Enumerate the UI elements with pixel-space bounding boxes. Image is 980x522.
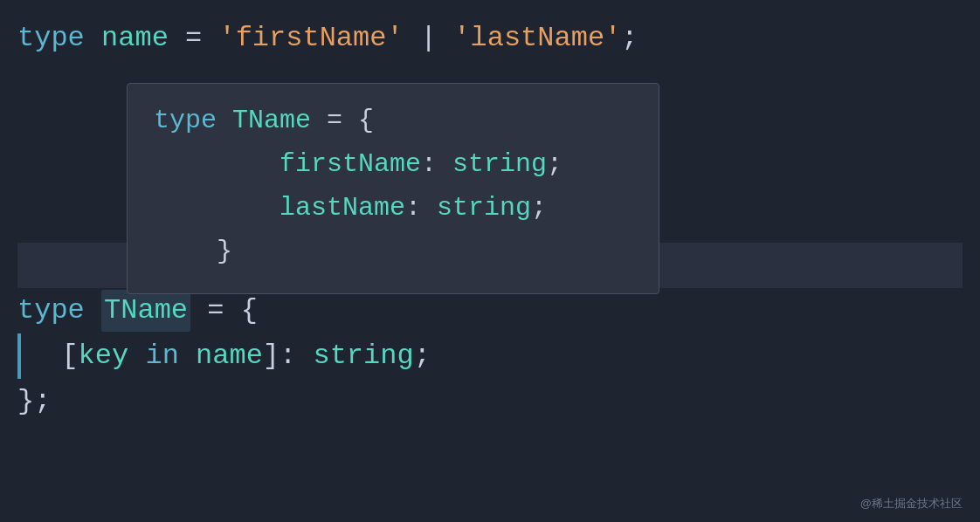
code-container: type name = 'firstName' | 'lastName' ;	[0, 0, 980, 522]
code-line-1: type name = 'firstName' | 'lastName' ;	[17, 16, 963, 61]
empty-6	[23, 244, 39, 286]
name-ref: name	[196, 335, 263, 377]
type-string-1: string	[313, 335, 413, 377]
tooltip-line-3: lastName : string ;	[154, 187, 632, 230]
keyword-type-2: type	[17, 290, 101, 332]
bracket-open: [	[28, 335, 79, 377]
equals-2: = {	[190, 290, 258, 332]
tt-tname: TName	[232, 100, 327, 141]
empty-4	[17, 154, 34, 196]
closing-brace: };	[17, 381, 51, 422]
tooltip-line-2: firstName : string ;	[154, 143, 632, 187]
semi-2: ;	[414, 335, 431, 377]
string-firstname: 'firstName'	[218, 17, 419, 59]
tt-equals: = {	[327, 100, 374, 141]
tooltip-box: type TName = { firstName : string ; last…	[127, 83, 659, 294]
semi-1: ;	[621, 17, 638, 59]
empty-5	[17, 199, 34, 241]
pipe: |	[420, 17, 453, 59]
code-line-7: type TName = {	[17, 288, 963, 333]
code-line-9: };	[17, 379, 963, 424]
tname-highlighted: TName	[101, 290, 190, 332]
empty-2	[17, 63, 34, 105]
tt-closing-brace: }	[154, 230, 232, 272]
keyword-type-1: type	[17, 17, 101, 59]
code-line-8: [ key in name ]: string ;	[17, 333, 963, 379]
tt-semi-1: ;	[547, 143, 562, 185]
tt-string-1: string	[452, 143, 547, 185]
tooltip-line-1: type TName = {	[154, 100, 632, 143]
var-name: name	[101, 17, 185, 59]
bracket-close: ]:	[263, 335, 314, 377]
tt-colon-1: :	[421, 143, 452, 185]
tt-lastname: lastName	[154, 187, 405, 229]
key-name: key	[79, 335, 146, 377]
tt-firstname: firstName	[154, 143, 421, 185]
string-lastname: 'lastName'	[453, 17, 621, 59]
tt-semi-2: ;	[531, 187, 547, 229]
watermark: @稀土掘金技术社区	[860, 496, 963, 512]
tt-keyword-type: type	[154, 100, 232, 141]
tooltip-line-4: }	[154, 230, 632, 274]
tt-string-2: string	[437, 187, 531, 229]
equals-1: =	[185, 17, 218, 59]
keyword-in: in	[145, 335, 196, 377]
tt-colon-2: :	[405, 187, 437, 229]
empty-3	[17, 108, 34, 150]
